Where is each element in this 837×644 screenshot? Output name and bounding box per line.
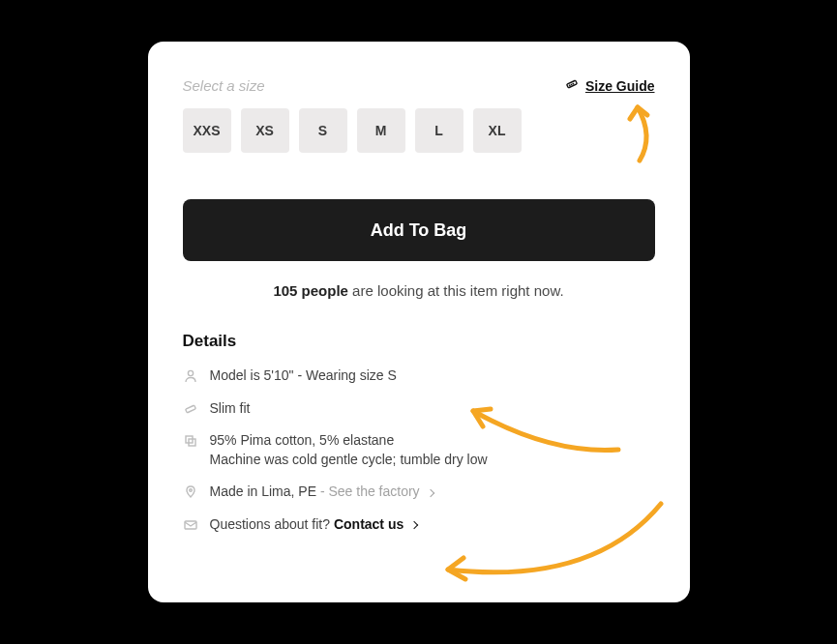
detail-care-text: Machine was cold gentle cycle; tumble dr… (210, 452, 488, 467)
svg-rect-9 (185, 521, 196, 529)
size-option-xxs[interactable]: XXS (183, 108, 231, 153)
person-icon (183, 368, 198, 384)
svg-line-1 (569, 84, 570, 86)
size-option-xs[interactable]: XS (241, 108, 289, 153)
detail-contact-text: Questions about fit? (210, 516, 334, 532)
viewers-suffix: are looking at this item right now. (348, 282, 564, 299)
annotation-arrow-contact (419, 494, 671, 591)
detail-fabric-text: 95% Pima cotton, 5% elastane (210, 432, 395, 448)
contact-us-link[interactable]: Contact us (334, 516, 417, 532)
detail-model-text: Model is 5'10" - Wearing size S (210, 366, 397, 386)
detail-origin-block: Made in Lima, PE - See the factory (210, 483, 433, 502)
svg-point-4 (188, 370, 193, 375)
svg-line-3 (573, 83, 574, 85)
size-option-xl[interactable]: XL (473, 108, 522, 153)
see-factory-link[interactable]: - See the factory (320, 483, 433, 499)
location-icon (183, 484, 198, 500)
select-size-label: Select a size (183, 77, 265, 94)
size-header-row: Select a size Size Guide (183, 76, 655, 95)
size-option-s[interactable]: S (299, 108, 347, 153)
svg-point-8 (189, 489, 192, 492)
size-options: XXS XS S M L XL (183, 108, 655, 153)
detail-origin-text: Made in Lima, PE (210, 483, 320, 499)
chevron-right-icon (410, 521, 418, 529)
add-to-bag-button[interactable]: Add To Bag (183, 199, 655, 261)
detail-contact-block: Questions about fit? Contact us (210, 515, 418, 535)
size-option-m[interactable]: M (357, 108, 405, 153)
detail-fabric: 95% Pima cotton, 5% elastane Machine was… (183, 431, 655, 469)
detail-fit-text: Slim fit (210, 399, 251, 419)
viewers-count: 105 people (273, 282, 348, 299)
detail-fabric-block: 95% Pima cotton, 5% elastane Machine was… (210, 431, 488, 469)
viewers-line: 105 people are looking at this item righ… (183, 282, 655, 299)
svg-rect-5 (185, 405, 195, 413)
svg-line-2 (571, 84, 572, 86)
detail-fit: Slim fit (183, 399, 655, 419)
size-option-l[interactable]: L (415, 108, 463, 153)
size-guide-link[interactable]: Size Guide (564, 76, 655, 95)
detail-contact: Questions about fit? Contact us (183, 515, 655, 535)
mail-icon (183, 517, 198, 533)
size-guide-label: Size Guide (585, 78, 655, 94)
detail-origin: Made in Lima, PE - See the factory (183, 483, 655, 502)
product-card: Select a size Size Guide XXS XS S M L XL… (148, 42, 690, 602)
chevron-right-icon (426, 488, 433, 496)
detail-model: Model is 5'10" - Wearing size S (183, 366, 655, 386)
ruler-icon (564, 76, 580, 95)
details-heading: Details (183, 332, 655, 351)
ruler-small-icon (183, 401, 198, 417)
fabric-icon (183, 433, 198, 449)
